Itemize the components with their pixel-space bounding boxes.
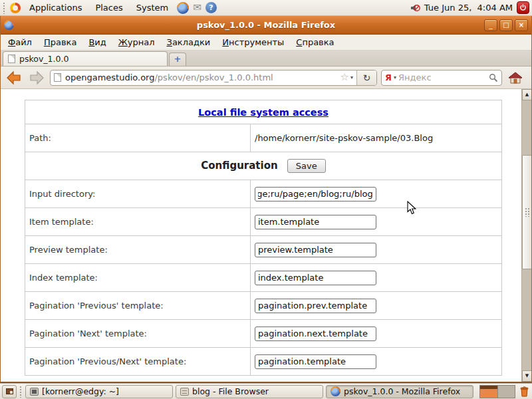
- gnome-taskbar: [kornerr@edgy: ~] blog - File Browser ps…: [0, 383, 532, 399]
- yandex-icon: Я: [385, 72, 392, 82]
- menu-places[interactable]: Places: [90, 1, 127, 14]
- reload-button[interactable]: ↻: [356, 70, 376, 86]
- table-row: Preview template:: [25, 236, 502, 264]
- tab-pskov[interactable]: pskov_1.0.0: [3, 51, 168, 66]
- menu-system[interactable]: System: [132, 1, 173, 14]
- search-engine-dropdown-icon[interactable]: ▾: [394, 74, 396, 80]
- forward-button[interactable]: [27, 69, 46, 86]
- field-label: Item template:: [25, 208, 251, 236]
- save-button[interactable]: Save: [287, 159, 326, 173]
- new-tab-button[interactable]: +: [169, 53, 186, 66]
- menu-help[interactable]: Справка: [290, 35, 340, 49]
- firefox-window: pskov_1.0.0 - Mozilla Firefox _ □ × Файл…: [0, 16, 532, 383]
- home-icon: [508, 71, 523, 84]
- show-desktop-button[interactable]: [2, 385, 17, 398]
- field-label: Pagination 'Previous' template:: [25, 292, 251, 320]
- menu-edit[interactable]: Правка: [38, 35, 82, 49]
- field-label: Index template:: [25, 264, 251, 292]
- index-template-field[interactable]: [255, 271, 376, 285]
- vertical-scrollbar[interactable]: ▲ ▼: [521, 89, 531, 382]
- field-label: Pagination 'Previous/Next' template:: [25, 348, 251, 376]
- local-file-system-access-link[interactable]: Local file system access: [198, 107, 329, 118]
- menu-applications[interactable]: Applications: [25, 1, 86, 14]
- tab-label: pskov_1.0.0: [19, 54, 68, 64]
- menu-file[interactable]: Файл: [2, 35, 38, 49]
- configuration-title: Configuration: [201, 160, 277, 172]
- table-row: Path: /home/kornerr/site-pskov-sample/03…: [25, 124, 502, 152]
- tab-strip: pskov_1.0.0 +: [1, 51, 531, 66]
- navigation-toolbar: opengamestudio.org/pskov/en/pskov_1.0.0.…: [1, 66, 531, 89]
- show-desktop-icon: [6, 388, 13, 394]
- magnifier-icon[interactable]: [489, 73, 498, 82]
- volume-muted-icon[interactable]: [410, 3, 420, 13]
- forward-arrow-icon: [29, 70, 45, 85]
- url-dropdown-icon[interactable]: ▾: [350, 74, 353, 80]
- menu-bookmarks[interactable]: Закладки: [161, 35, 217, 49]
- task-label: blog - File Browser: [192, 386, 269, 396]
- logout-power-button[interactable]: [517, 1, 529, 14]
- table-row: Pagination 'Previous/Next' template:: [25, 348, 502, 376]
- search-input[interactable]: [398, 72, 487, 82]
- window-title: pskov_1.0.0 - Mozilla Firefox: [1, 20, 531, 30]
- browser-menubar: Файл Правка Вид Журнал Закладки Инструме…: [1, 35, 531, 51]
- input-directory-field[interactable]: [255, 187, 376, 201]
- workspace-1[interactable]: [480, 386, 497, 398]
- task-firefox[interactable]: pskov_1.0.0 - Mozilla Firefox: [326, 385, 473, 398]
- taskbar-drag-handle[interactable]: [19, 386, 23, 398]
- window-titlebar[interactable]: pskov_1.0.0 - Mozilla Firefox _ □ ×: [1, 16, 531, 35]
- table-row: Local file system access: [25, 100, 502, 124]
- table-row: Pagination 'Next' template:: [25, 320, 502, 348]
- site-favicon: [54, 73, 61, 82]
- desktop-screen: Applications Places System ✉ ? Tue Jun 2…: [0, 0, 532, 399]
- workspace-switcher: [479, 385, 515, 398]
- trash-applet[interactable]: [518, 385, 530, 398]
- bookmark-zone: ☆ ▾: [337, 72, 356, 82]
- item-template-field[interactable]: [255, 215, 376, 229]
- url-text[interactable]: opengamestudio.org/pskov/en/pskov_1.0.0.…: [65, 72, 337, 82]
- scrollbar-thumb[interactable]: [522, 155, 531, 269]
- task-terminal[interactable]: [kornerr@edgy: ~]: [25, 385, 173, 398]
- table-row: Input directory:: [25, 180, 502, 208]
- scroll-down-button[interactable]: ▼: [522, 370, 531, 382]
- bookmark-star-icon[interactable]: ☆: [340, 72, 349, 82]
- menu-tools[interactable]: Инструменты: [216, 35, 290, 49]
- back-button[interactable]: [5, 69, 23, 86]
- search-bar[interactable]: Я ▾: [381, 70, 502, 86]
- url-bar[interactable]: opengamestudio.org/pskov/en/pskov_1.0.0.…: [50, 70, 377, 86]
- url-domain: opengamestudio.org: [65, 72, 154, 82]
- task-label: [kornerr@edgy: ~]: [42, 386, 119, 396]
- firefox-launcher-icon[interactable]: [177, 2, 189, 14]
- ubuntu-logo-icon[interactable]: [10, 3, 21, 13]
- tab-page-icon: [8, 55, 15, 63]
- pagination-next-template-field[interactable]: [255, 327, 376, 341]
- path-label: Path:: [25, 124, 251, 152]
- workspace-2[interactable]: [497, 386, 515, 398]
- path-value: /home/kornerr/site-pskov-sample/03.Blog: [251, 124, 502, 152]
- gnome-top-panel: Applications Places System ✉ ? Tue Jun 2…: [0, 0, 532, 16]
- field-label: Input directory:: [25, 180, 251, 208]
- field-label: Preview template:: [25, 236, 251, 264]
- panel-clock[interactable]: Tue Jun 25, 4:04 AM: [424, 3, 513, 13]
- help-icon[interactable]: ?: [205, 2, 217, 13]
- task-label: pskov_1.0.0 - Mozilla Firefox: [344, 386, 460, 396]
- panel-drag-handle[interactable]: [3, 2, 6, 14]
- task-file-browser[interactable]: blog - File Browser: [176, 385, 323, 398]
- home-button[interactable]: [506, 69, 525, 86]
- panel-right-area: Tue Jun 25, 4:04 AM: [410, 1, 529, 14]
- pagination-prev-next-template-field[interactable]: [255, 354, 376, 369]
- url-path: /pskov/en/pskov_1.0.0.html: [154, 72, 273, 82]
- field-label: Pagination 'Next' template:: [25, 320, 251, 348]
- menu-view[interactable]: Вид: [82, 35, 112, 49]
- maximize-button[interactable]: □: [499, 19, 513, 31]
- back-arrow-icon: [6, 70, 22, 85]
- preview-template-field[interactable]: [255, 243, 376, 257]
- table-row: Index template:: [25, 264, 502, 292]
- table-row: Item template:: [25, 208, 502, 236]
- pagination-previous-template-field[interactable]: [255, 299, 376, 313]
- mail-icon[interactable]: ✉: [193, 3, 201, 13]
- minimize-button[interactable]: _: [484, 19, 497, 31]
- page-content: Local file system access Path: /home/kor…: [1, 89, 531, 382]
- menu-history[interactable]: Журнал: [112, 35, 161, 49]
- close-button[interactable]: ×: [515, 19, 528, 31]
- scroll-up-button[interactable]: ▲: [522, 89, 531, 100]
